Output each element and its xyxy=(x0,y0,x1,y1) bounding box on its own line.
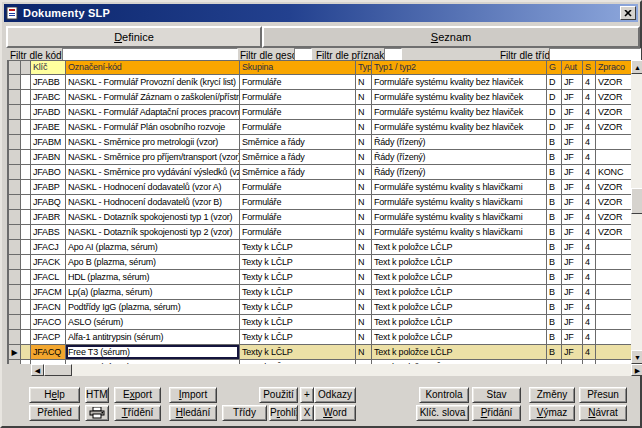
cell-zpr[interactable] xyxy=(596,240,632,255)
cell-ozn[interactable]: Apo B (plazma, sérum) xyxy=(66,255,240,270)
table-row[interactable]: JFABBNASKL - Formulář Provozní deník (kr… xyxy=(9,75,632,90)
cell-t12[interactable]: Formuláře systému kvality bez hlaviček xyxy=(372,105,547,120)
cell-g[interactable]: D xyxy=(547,105,562,120)
cell-t12[interactable]: Formuláře systému kvality bez hlaviček xyxy=(372,75,547,90)
cell-s[interactable]: 4 xyxy=(583,75,596,90)
table-row[interactable]: JFABQNASKL - Hodnocení dodavatelů (vzor … xyxy=(9,195,632,210)
cell-g[interactable]: B xyxy=(547,150,562,165)
cell-s[interactable]: 4 xyxy=(583,315,596,330)
cell-skup[interactable]: Formuláře xyxy=(240,210,356,225)
cell-g[interactable]: B xyxy=(547,165,562,180)
scroll-down-button[interactable]: ▼ xyxy=(631,350,642,364)
cell-zpr[interactable]: VZOR xyxy=(596,180,632,195)
table-row[interactable]: JFACKApo B (plazma, sérum)Texty k LČLPNT… xyxy=(9,255,632,270)
cell-klic[interactable]: JFABB xyxy=(31,75,66,90)
cell-zpr[interactable]: KONC xyxy=(596,165,632,180)
cell-skup[interactable]: Texty k LČLP xyxy=(240,315,356,330)
cell-klic[interactable]: JFABS xyxy=(31,225,66,240)
print-button[interactable] xyxy=(85,405,109,421)
cell-g[interactable]: B xyxy=(547,345,562,360)
cell-skup[interactable]: Směrnice a řády xyxy=(240,135,356,150)
cell-g[interactable]: B xyxy=(547,285,562,300)
cell-g[interactable]: D xyxy=(547,75,562,90)
cell-ozn[interactable]: NASKL - Formulář Provozní deník (krycí l… xyxy=(66,75,240,90)
cell-g[interactable]: B xyxy=(547,315,562,330)
navrat-button[interactable]: Návrat xyxy=(579,405,627,421)
cell-typ[interactable]: N xyxy=(356,270,372,285)
x-button[interactable]: X xyxy=(300,405,314,421)
cell-t12[interactable]: Formuláře systému kvality s hlavičkami xyxy=(372,225,547,240)
cell-aut[interactable]: JF xyxy=(562,345,583,360)
cell-klic[interactable]: JFACQ xyxy=(31,345,66,360)
cell-t12[interactable]: Text k položce LČLP xyxy=(372,270,547,285)
table-row[interactable]: JFABPNASKL - Hodnocení dodavatelů (vzor … xyxy=(9,180,632,195)
cell-s[interactable]: 4 xyxy=(583,225,596,240)
cell-t12[interactable]: Text k položce LČLP xyxy=(372,240,547,255)
cell-ozn[interactable]: HDL (plazma, sérum) xyxy=(66,270,240,285)
tridy-button[interactable]: Třídy xyxy=(222,405,267,421)
cell-g[interactable]: B xyxy=(547,330,562,345)
cell-typ[interactable]: N xyxy=(356,225,372,240)
table-row[interactable]: JFABONASKL - Směrnice pro vydávání výsle… xyxy=(9,165,632,180)
cell-klic[interactable]: JFABQ xyxy=(31,195,66,210)
cell-typ[interactable]: N xyxy=(356,285,372,300)
cell-typ[interactable]: N xyxy=(356,90,372,105)
cell-s[interactable]: 4 xyxy=(583,285,596,300)
cell-ozn[interactable]: ASLO (sérum) xyxy=(66,315,240,330)
horizontal-scrollbar[interactable]: ◀ xyxy=(7,364,631,376)
cell-aut[interactable]: JF xyxy=(562,255,583,270)
klic-slova-button[interactable]: Klíč. slova xyxy=(416,405,469,421)
trideni-button[interactable]: Třídění xyxy=(114,405,161,421)
table-row[interactable]: JFACNPodtřídy IgG (plazma, sérum)Texty k… xyxy=(9,300,632,315)
zmeny-button[interactable]: Změny xyxy=(529,387,575,403)
cell-skup[interactable]: Texty k LČLP xyxy=(240,240,356,255)
cell-ozn[interactable]: NASKL - Formulář Adaptační proces pracov… xyxy=(66,105,240,120)
table-row[interactable]: JFABENASKL - Formulář Plán osobního rozv… xyxy=(9,120,632,135)
cell-zpr[interactable] xyxy=(596,300,632,315)
cell-klic[interactable]: JFABP xyxy=(31,180,66,195)
cell-skup[interactable]: Formuláře xyxy=(240,90,356,105)
cell-zpr[interactable] xyxy=(596,285,632,300)
cell-ozn[interactable]: NASKL - Dotazník spokojenosti typ 2 (vzo… xyxy=(66,225,240,240)
cell-skup[interactable]: Texty k LČLP xyxy=(240,330,356,345)
cell-typ[interactable]: N xyxy=(356,180,372,195)
table-row[interactable]: JFABMNASKL - Směrnice pro metrologii (vz… xyxy=(9,135,632,150)
prohliz-button[interactable]: Prohlíž. xyxy=(269,405,298,421)
cell-typ[interactable]: N xyxy=(356,150,372,165)
cell-skup[interactable]: Formuláře xyxy=(240,75,356,90)
cell-s[interactable]: 4 xyxy=(583,330,596,345)
cell-s[interactable]: 4 xyxy=(583,180,596,195)
table-row[interactable]: JFABRNASKL - Dotazník spokojenosti typ 1… xyxy=(9,210,632,225)
cell-ozn[interactable]: Apo AI (plazma, sérum) xyxy=(66,240,240,255)
cell-g[interactable]: B xyxy=(547,135,562,150)
cell-g[interactable]: B xyxy=(547,225,562,240)
cell-ozn[interactable]: NASKL - Směrnice pro vydávání výsledků (… xyxy=(66,165,240,180)
cell-klic[interactable]: JFACO xyxy=(31,315,66,330)
table-row[interactable]: JFACMLp(a) (plazma, sérum)Texty k LČLPNT… xyxy=(9,285,632,300)
pridani-button[interactable]: Přidání xyxy=(472,405,521,421)
cell-klic[interactable]: JFABE xyxy=(31,120,66,135)
plus-button[interactable]: + xyxy=(300,387,314,403)
cell-g[interactable]: B xyxy=(547,240,562,255)
cell-t12[interactable]: Řády (řízený) xyxy=(372,165,547,180)
cell-t12[interactable]: Řády (řízený) xyxy=(372,135,547,150)
cell-ozn[interactable]: NASKL - Směrnice pro příjem/transport (v… xyxy=(66,150,240,165)
scroll-left-button[interactable]: ◀ xyxy=(31,364,44,376)
cell-aut[interactable]: JF xyxy=(562,120,583,135)
cell-ozn[interactable]: Free T3 (sérum) xyxy=(66,345,240,360)
cell-s[interactable]: 4 xyxy=(583,105,596,120)
cell-typ[interactable]: N xyxy=(356,255,372,270)
cell-zpr[interactable] xyxy=(596,270,632,285)
table-row[interactable]: JFACLHDL (plazma, sérum)Texty k LČLPNTex… xyxy=(9,270,632,285)
cell-klic[interactable]: JFABM xyxy=(31,135,66,150)
cell-t12[interactable]: Text k položce LČLP xyxy=(372,285,547,300)
cell-t12[interactable]: Text k položce LČLP xyxy=(372,345,547,360)
cell-skup[interactable]: Texty k LČLP xyxy=(240,285,356,300)
cell-aut[interactable]: JF xyxy=(562,330,583,345)
cell-t12[interactable]: Text k položce LČLP xyxy=(372,330,547,345)
vertical-scrollbar[interactable]: ▲ ▼ xyxy=(631,60,642,364)
cell-s[interactable]: 4 xyxy=(583,150,596,165)
cell-skup[interactable]: Texty k LČLP xyxy=(240,345,356,360)
cell-g[interactable]: B xyxy=(547,210,562,225)
prehled-button[interactable]: Přehled xyxy=(29,405,80,421)
